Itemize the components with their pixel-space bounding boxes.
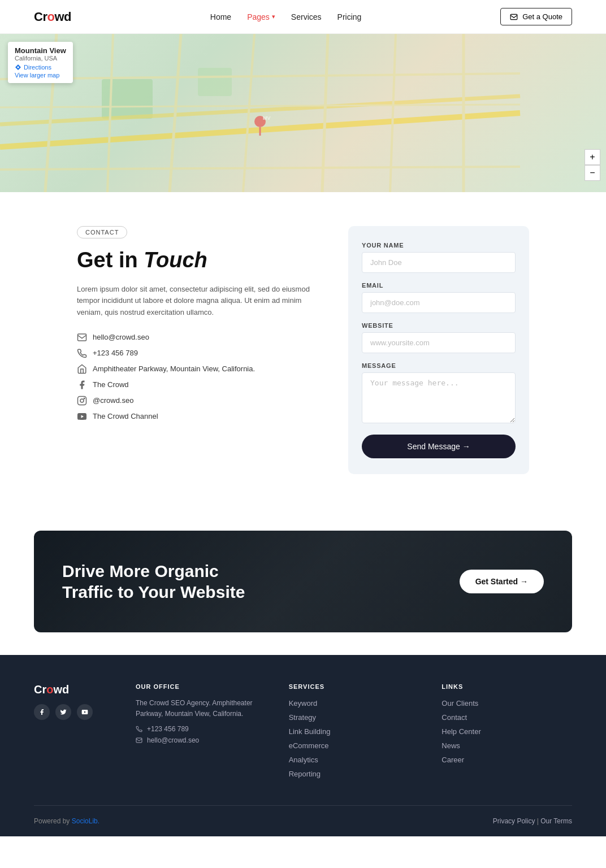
facebook-icon xyxy=(77,380,87,390)
contact-title: Get in Touch xyxy=(77,248,314,274)
zoom-out-button[interactable]: − xyxy=(585,165,600,181)
phone-icon xyxy=(77,348,87,358)
name-input[interactable] xyxy=(362,252,516,273)
name-field-group: YOUR NAME xyxy=(362,242,516,273)
footer-office: OUR OFFICE The Crowd SEO Agency. Amphith… xyxy=(136,683,266,783)
footer-office-phone: +123 456 789 xyxy=(136,725,266,733)
footer-service-strategy: Strategy xyxy=(289,712,419,722)
contact-description: Lorem ipsum dolor sit amet, consectetur … xyxy=(77,284,314,319)
contact-badge: CONTACT xyxy=(77,226,127,238)
footer: Crowd OUR OFFICE The Crowd SEO Agency. A… xyxy=(0,655,606,836)
website-input[interactable] xyxy=(362,332,516,353)
get-started-button[interactable]: Get Started → xyxy=(460,570,544,593)
powered-by: Powered by SocioLib. xyxy=(34,817,99,825)
contact-info-list: hello@crowd.seo +123 456 789 Amphitheate… xyxy=(77,332,314,422)
footer-office-address: The Crowd SEO Agency. Amphitheater Parkw… xyxy=(136,698,266,719)
map-label-box: Mountain View California, USA Directions… xyxy=(8,42,73,83)
map-placeholder: MV Mountain View California, USA Directi… xyxy=(0,34,606,192)
cta-banner: Drive More Organic Traffic to Your Websi… xyxy=(34,531,572,632)
footer-link-help: Help Center xyxy=(441,726,572,736)
footer-services: SERVICES Keyword Strategy Link Building … xyxy=(289,683,419,783)
footer-bottom: Powered by SocioLib. Privacy Policy | Ou… xyxy=(34,817,572,825)
directions-link[interactable]: Directions xyxy=(15,64,66,71)
contact-phone: +123 456 789 xyxy=(77,348,314,358)
location-icon xyxy=(77,364,87,374)
nav-services[interactable]: Services xyxy=(291,12,322,21)
view-larger-map-link[interactable]: View larger map xyxy=(15,72,66,79)
contact-email: hello@crowd.seo xyxy=(77,332,314,342)
footer-service-analytics: Analytics xyxy=(289,754,419,765)
name-label: YOUR NAME xyxy=(362,242,516,249)
svg-rect-6 xyxy=(78,396,86,405)
svg-rect-0 xyxy=(510,14,517,19)
website-label: WEBSITE xyxy=(362,322,516,329)
footer-divider xyxy=(34,805,572,806)
footer-services-list: Keyword Strategy Link Building eCommerce… xyxy=(289,698,419,779)
our-terms-link[interactable]: Our Terms xyxy=(540,817,572,825)
footer-link-career: Career xyxy=(441,754,572,765)
email-small-icon xyxy=(136,737,142,744)
footer-logo: Crowd xyxy=(34,683,113,696)
contact-instagram: @crowd.seo xyxy=(77,396,314,406)
privacy-policy-link[interactable]: Privacy Policy xyxy=(493,817,535,825)
contact-left: CONTACT Get in Touch Lorem ipsum dolor s… xyxy=(77,226,314,422)
svg-rect-2 xyxy=(198,68,232,96)
footer-socials xyxy=(34,704,113,720)
contact-facebook: The Crowd xyxy=(77,380,314,390)
svg-point-8 xyxy=(84,398,85,399)
contact-section: CONTACT Get in Touch Lorem ipsum dolor s… xyxy=(43,192,563,508)
email-field-group: EMAIL xyxy=(362,282,516,313)
get-quote-button[interactable]: Get a Quote xyxy=(500,8,572,25)
nav-home[interactable]: Home xyxy=(210,12,231,21)
email-label: EMAIL xyxy=(362,282,516,289)
zoom-in-button[interactable]: + xyxy=(585,149,600,165)
footer-top: Crowd OUR OFFICE The Crowd SEO Agency. A… xyxy=(34,683,572,783)
footer-office-email: hello@crowd.seo xyxy=(136,736,266,744)
footer-service-reporting: Reporting xyxy=(289,769,419,779)
footer-services-title: SERVICES xyxy=(289,683,419,690)
navbar: Crowd Home Pages Services Pricing Get a … xyxy=(0,0,606,34)
map-section: MV Mountain View California, USA Directi… xyxy=(0,34,606,192)
map-zoom-controls: + − xyxy=(585,149,600,181)
svg-text:MV: MV xyxy=(263,115,271,121)
mail-icon xyxy=(510,13,518,21)
footer-service-keyword: Keyword xyxy=(289,698,419,708)
footer-youtube-icon[interactable] xyxy=(77,704,93,720)
message-field-group: MESSAGE xyxy=(362,362,516,426)
instagram-icon xyxy=(77,396,87,406)
footer-office-title: OUR OFFICE xyxy=(136,683,266,690)
email-input[interactable] xyxy=(362,292,516,313)
footer-link-news: News xyxy=(441,740,572,750)
message-textarea[interactable] xyxy=(362,372,516,423)
cta-text: Drive More Organic Traffic to Your Websi… xyxy=(62,561,245,603)
contact-address: Amphitheater Parkway, Mountain View, Cal… xyxy=(77,364,314,374)
footer-service-ecommerce: eCommerce xyxy=(289,740,419,750)
footer-service-link-building: Link Building xyxy=(289,726,419,736)
email-icon xyxy=(77,332,87,342)
nav-pages[interactable]: Pages xyxy=(247,12,275,21)
contact-form: YOUR NAME EMAIL WEBSITE MESSAGE Send Mes… xyxy=(348,226,529,474)
footer-legal-links: Privacy Policy | Our Terms xyxy=(493,817,572,825)
logo: Crowd xyxy=(34,10,71,24)
youtube-icon xyxy=(77,411,87,422)
footer-twitter-icon[interactable] xyxy=(55,704,71,720)
phone-small-icon xyxy=(136,726,142,732)
footer-link-clients: Our Clients xyxy=(441,698,572,708)
svg-point-7 xyxy=(80,399,84,402)
footer-links: LINKS Our Clients Contact Help Center Ne… xyxy=(441,683,572,783)
directions-icon xyxy=(15,64,21,71)
message-label: MESSAGE xyxy=(362,362,516,369)
nav-pricing[interactable]: Pricing xyxy=(337,12,362,21)
send-message-button[interactable]: Send Message → xyxy=(362,435,516,458)
contact-youtube: The Crowd Channel xyxy=(77,411,314,422)
footer-links-title: LINKS xyxy=(441,683,572,690)
footer-link-contact: Contact xyxy=(441,712,572,722)
svg-rect-5 xyxy=(78,334,86,341)
svg-rect-9 xyxy=(136,738,142,743)
footer-links-list: Our Clients Contact Help Center News Car… xyxy=(441,698,572,765)
footer-brand: Crowd xyxy=(34,683,113,783)
website-field-group: WEBSITE xyxy=(362,322,516,353)
footer-facebook-icon[interactable] xyxy=(34,704,50,720)
nav-links: Home Pages Services Pricing xyxy=(210,12,362,21)
map-roads-svg: MV xyxy=(0,34,606,192)
